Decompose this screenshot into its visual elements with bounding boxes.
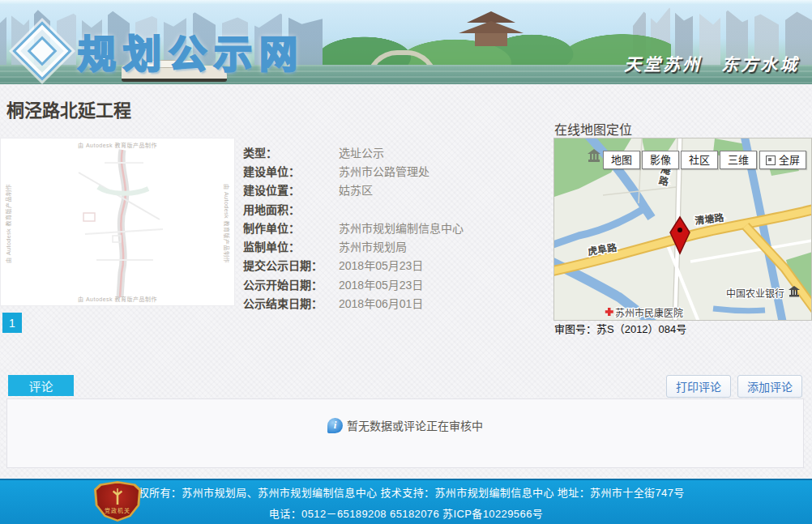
fullscreen-icon [766, 155, 776, 165]
thumbnail-watermark: 由 Autodesk 教育版产品制作 [223, 184, 231, 263]
detail-row: 制作单位：苏州市规划编制信息中心 [243, 218, 551, 236]
detail-row: 公示开始日期：2018年05月23日 [243, 275, 551, 293]
banner-image: 规划公示网 天堂苏州 东方水城 [0, 5, 812, 84]
map-fullscreen-button[interactable]: 全屏 [759, 151, 806, 169]
government-badge-emblem-icon [111, 488, 124, 505]
map-layer-button-community[interactable]: 社区 [681, 151, 718, 169]
detail-row: 提交公示日期：2018年05月23日 [243, 256, 551, 275]
site-logo[interactable]: 规划公示网 [21, 23, 305, 79]
detail-label: 类型： [243, 144, 339, 160]
fullscreen-label: 全屏 [779, 153, 800, 167]
detail-label: 公示开始日期： [243, 276, 339, 292]
detail-row: 建设位置：姑苏区 [243, 181, 551, 199]
detail-row: 用地面积： [243, 199, 551, 218]
comments-panel: i 暂无数据或评论正在审核中 [6, 398, 804, 468]
detail-label: 建设单位： [243, 163, 339, 179]
detail-value: 苏州市规划局 [339, 238, 407, 254]
detail-row: 建设单位：苏州市公路管理处 [243, 161, 551, 180]
detail-row: 监制单位：苏州市规划局 [243, 236, 551, 255]
project-details: 类型：选址公示 建设单位：苏州市公路管理处 建设位置：姑苏区 用地面积： 制作单… [243, 143, 551, 313]
poi-bank-label: 中国农业银行 [726, 288, 784, 300]
page: 规划公示网 天堂苏州 东方水城 桐泾路北延工程 由 Autodesk 教育版产品… [0, 0, 812, 524]
print-comments-button[interactable]: 打印评论 [666, 375, 731, 398]
detail-value: 选址公示 [339, 144, 384, 160]
thumbnail-watermark: 由 Autodesk 教育版产品制作 [78, 141, 157, 149]
detail-value: 姑苏区 [339, 181, 373, 198]
detail-label: 建设位置： [243, 181, 339, 198]
footer-contact-line: 电话：0512－65189208 65182076 苏ICP备10229566号 [269, 505, 543, 521]
map-layer-button-3d[interactable]: 三维 [720, 151, 757, 169]
plan-drawing [1, 138, 235, 306]
detail-label: 监制单位： [243, 238, 339, 254]
detail-value: 2018年05月23日 [339, 257, 423, 273]
government-badge-label: 党政机关 [105, 506, 130, 514]
detail-value: 苏州市规划编制信息中心 [339, 219, 464, 236]
comments-empty-message: i 暂无数据或评论正在审核中 [7, 417, 803, 433]
map-layer-button-map[interactable]: 地图 [603, 151, 640, 169]
comments-empty-text: 暂无数据或评论正在审核中 [347, 417, 483, 433]
map-widget[interactable]: 虎阜路 清塘路 蒲庵路 苏州市民康医院 中国农业银行 [553, 138, 812, 321]
page-title: 桐泾路北延工程 [6, 96, 131, 121]
plan-thumbnail[interactable]: 由 Autodesk 教育版产品制作 由 Autodesk 教育版产品制作 由 … [0, 138, 235, 306]
detail-label: 提交公示日期： [243, 257, 339, 273]
detail-label: 制作单位： [243, 219, 339, 236]
thumbnail-watermark: 由 Autodesk 教育版产品制作 [4, 184, 12, 263]
site-name: 规划公示网 [78, 23, 305, 79]
comment-actions: 打印评论 添加评论 [666, 375, 802, 398]
add-comment-button[interactable]: 添加评论 [737, 375, 802, 398]
map-approval-number: 审图号：苏S（2012）084号 [554, 321, 686, 336]
poi-hospital-label: 苏州市民康医院 [615, 307, 683, 319]
site-logo-diamond-icon [12, 21, 72, 81]
info-bubble-icon: i [327, 418, 343, 433]
detail-value: 2018年06月01日 [339, 295, 423, 311]
thumbnail-watermark: 由 Autodesk 教育版产品制作 [78, 295, 157, 303]
detail-row: 类型：选址公示 [243, 143, 551, 161]
map-layer-controls: 地图 影像 社区 三维 [603, 151, 757, 169]
map-layer-button-satellite[interactable]: 影像 [642, 151, 679, 169]
tab-comments[interactable]: 评论 [8, 375, 74, 396]
detail-label: 用地面积： [243, 201, 339, 217]
detail-value: 苏州市公路管理处 [339, 163, 430, 179]
footer-copyright-line: 版权所有：苏州市规划局、苏州市规划编制信息中心 技术支持：苏州市规划编制信息中心… [127, 484, 685, 500]
banner-pagoda [459, 11, 524, 49]
government-badge-inner: 党政机关 [96, 484, 139, 520]
detail-value: 2018年05月23日 [339, 276, 423, 292]
detail-label: 公示结束日期： [243, 295, 339, 311]
pagination-page-1[interactable]: 1 [2, 313, 22, 333]
detail-row: 公示结束日期：2018年06月01日 [243, 293, 551, 312]
banner-tagline: 天堂苏州 东方水城 [624, 51, 799, 75]
